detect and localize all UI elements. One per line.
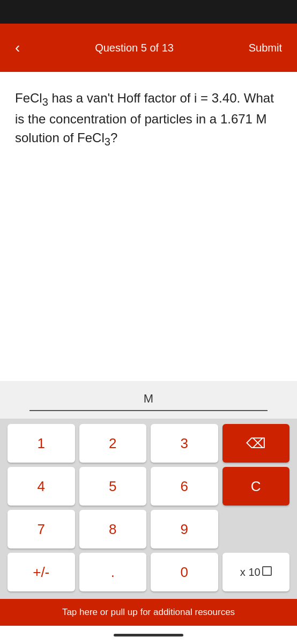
question-area: FeCl3 has a van't Hoff factor of i = 3.4…	[0, 72, 297, 381]
home-indicator	[0, 626, 297, 644]
answer-unit: M	[139, 390, 158, 408]
status-bar	[0, 0, 297, 24]
key-1[interactable]: 1	[8, 424, 75, 463]
key-3[interactable]: 3	[151, 424, 218, 463]
footer-bar[interactable]: Tap here or pull up for additional resou…	[0, 599, 297, 626]
key-backspace[interactable]: ⌫	[222, 424, 290, 463]
header: ‹ Question 5 of 13 Submit	[0, 24, 297, 72]
key-9[interactable]: 9	[151, 510, 218, 548]
answer-input-row: M	[29, 390, 267, 411]
home-bar	[114, 634, 183, 636]
key-8[interactable]: 8	[79, 510, 147, 548]
header-title: Question 5 of 13	[95, 42, 174, 54]
x10-exponent-box	[262, 566, 272, 576]
key-4[interactable]: 4	[8, 467, 75, 506]
key-clear[interactable]: C	[222, 467, 290, 506]
submit-button[interactable]: Submit	[244, 38, 286, 58]
key-6[interactable]: 6	[151, 467, 218, 506]
back-button[interactable]: ‹	[11, 36, 24, 60]
key-decimal[interactable]: .	[79, 553, 147, 591]
key-5[interactable]: 5	[79, 467, 147, 506]
x10-content: x 10	[240, 566, 272, 579]
backspace-icon: ⌫	[246, 435, 266, 452]
key-empty	[222, 510, 290, 548]
key-sign[interactable]: +/-	[8, 553, 75, 591]
keypad-area: 1 2 3 ⌫ 4 5 6 C 7 8 9 +/- . 0 x 10	[0, 419, 297, 599]
key-x10[interactable]: x 10	[222, 553, 290, 591]
keypad-grid: 1 2 3 ⌫ 4 5 6 C 7 8 9 +/- . 0 x 10	[8, 424, 289, 591]
answer-display-area: M	[0, 381, 297, 419]
key-0[interactable]: 0	[151, 553, 218, 591]
question-text: FeCl3 has a van't Hoff factor of i = 3.4…	[15, 89, 282, 149]
footer-text: Tap here or pull up for additional resou…	[62, 607, 235, 618]
key-7[interactable]: 7	[8, 510, 75, 548]
key-2[interactable]: 2	[79, 424, 147, 463]
